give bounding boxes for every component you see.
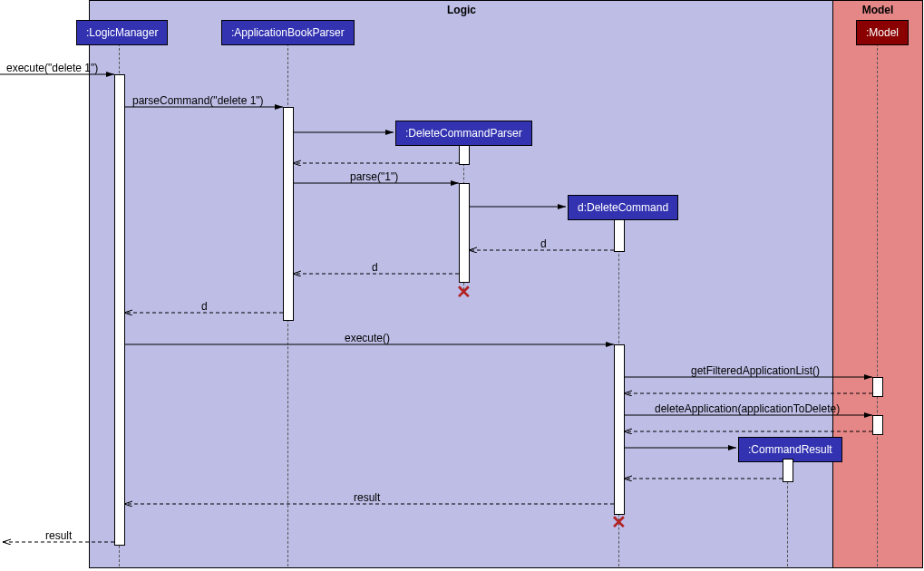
- sequence-diagram: Logic Model :LogicManager :ApplicationBo…: [0, 0, 924, 571]
- participant-label: :CommandResult: [748, 443, 832, 456]
- msg-d2: d: [372, 261, 378, 274]
- msg-d3: d: [201, 300, 208, 313]
- activation-model-1: [872, 377, 883, 397]
- participant-label: :ApplicationBookParser: [231, 26, 345, 39]
- destroy-deletecommand: ✕: [611, 515, 626, 529]
- msg-deleteapp: deleteApplication(applicationToDelete): [655, 402, 840, 415]
- msg-parsecommand: parseCommand("delete 1"): [132, 94, 264, 107]
- participant-deletecommand: d:DeleteCommand: [568, 195, 678, 220]
- activation-commandresult: [783, 459, 793, 482]
- lifeline-model: [877, 44, 878, 566]
- participant-label: :Model: [866, 26, 899, 39]
- participant-model: :Model: [856, 20, 909, 45]
- frame-model-title: Model: [833, 4, 922, 16]
- activation-logicmanager: [114, 74, 125, 546]
- activation-deletecommandparser-2: [459, 183, 470, 283]
- activation-deletecommand-2: [614, 344, 625, 515]
- participant-label: :DeleteCommandParser: [405, 127, 522, 140]
- activation-appbookparser: [283, 107, 294, 321]
- msg-result1: result: [354, 491, 380, 504]
- msg-getfiltered: getFilteredApplicationList(): [691, 364, 820, 377]
- participant-label: :LogicManager: [86, 26, 158, 39]
- activation-deletecommandparser-1: [459, 145, 470, 165]
- msg-d1: d: [540, 237, 547, 250]
- msg-parse: parse("1"): [350, 170, 398, 183]
- msg-execute2: execute(): [345, 332, 390, 344]
- participant-logicmanager: :LogicManager: [76, 20, 168, 45]
- participant-label: d:DeleteCommand: [578, 201, 668, 214]
- activation-deletecommand-1: [614, 219, 625, 252]
- participant-appbookparser: :ApplicationBookParser: [221, 20, 355, 45]
- msg-result2: result: [45, 529, 72, 542]
- frame-model: Model: [832, 0, 923, 568]
- msg-execute1: execute("delete 1"): [6, 62, 98, 74]
- destroy-deletecommandparser: ✕: [456, 285, 471, 299]
- activation-model-2: [872, 415, 883, 435]
- frame-logic-title: Logic: [90, 4, 833, 16]
- participant-deletecommandparser: :DeleteCommandParser: [395, 121, 532, 146]
